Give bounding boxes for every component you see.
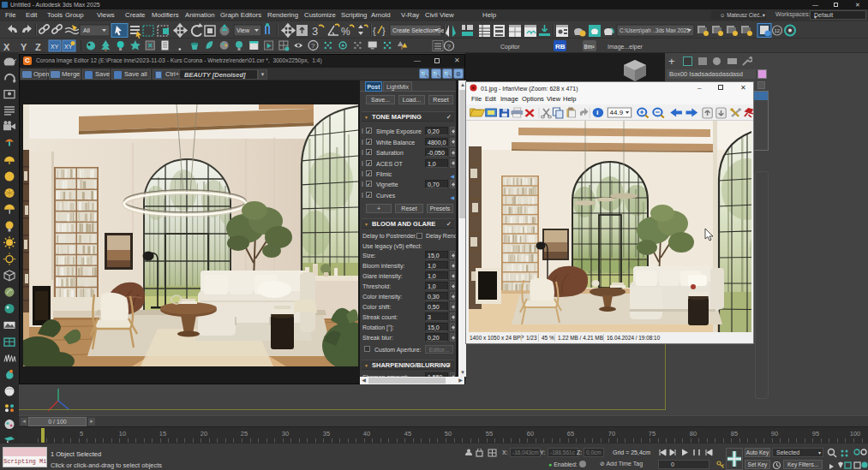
svg-text:{: { (373, 26, 376, 36)
svg-text:XY: XY (51, 44, 59, 50)
svg-text:C:\Users\pah ..3ds Max 2025: C:\Users\pah ..3ds Max 2025 (620, 27, 690, 34)
svg-text:Image...elper: Image...elper (608, 44, 644, 51)
svg-text:?: ? (447, 43, 452, 51)
svg-text:8m²: 8m² (584, 44, 596, 50)
svg-text:}: } (382, 26, 386, 36)
svg-text:View: View (236, 27, 250, 33)
svg-text:All: All (83, 27, 90, 33)
svg-text:12: 12 (775, 28, 781, 33)
svg-text:Copitor: Copitor (500, 44, 520, 51)
svg-text:X: X (3, 42, 10, 52)
svg-text:3: 3 (312, 25, 318, 38)
svg-text:%: % (341, 26, 350, 38)
svg-text:Y: Y (21, 42, 27, 52)
svg-text:i: i (596, 109, 599, 116)
svg-text:Z: Z (35, 42, 41, 52)
svg-text:?: ? (311, 42, 315, 50)
svg-text:44.9: 44.9 (610, 109, 624, 116)
svg-text:RB: RB (555, 43, 566, 51)
